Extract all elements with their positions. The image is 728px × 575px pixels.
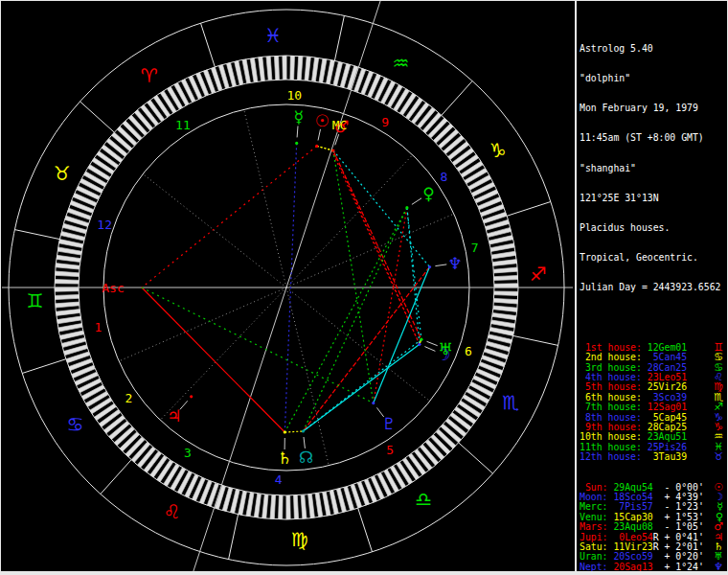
zodiac-sign-icon: ♉	[714, 452, 723, 462]
chart-wheel: ♈♉♊♋♌♍♎♏♐♑♒♓123456789101112☉☽☿♀♂♃♄♅♆♇☊As…	[0, 0, 575, 575]
zodiac-pisces-glyph: ♓	[264, 24, 282, 47]
house-cusp-line	[143, 173, 286, 288]
zodiac-scorpio-glyph: ♏	[502, 391, 519, 414]
zodiac-aries-glyph: ♈	[141, 64, 158, 87]
aspect-square-line	[142, 288, 284, 432]
mc-label: MC	[332, 118, 348, 132]
planet-position-value: 23Aqu08	[608, 522, 653, 532]
house-number-7: 7	[471, 241, 479, 255]
house-cusp-line	[286, 288, 329, 466]
houses-list: 1st house: 12Gem01♊ 2nd house: 5Can45♋ 3…	[580, 343, 723, 463]
house-number-3: 3	[184, 446, 192, 460]
degree-tick	[55, 291, 79, 292]
sign-boundary-line	[201, 23, 216, 67]
planet-venu-glyph: ♀	[422, 184, 434, 203]
aspect-trine-line	[303, 208, 407, 431]
degree-tick-cell	[312, 58, 319, 81]
planet-position-dot	[190, 395, 193, 398]
zodiac-sagittarius-glyph: ♐	[530, 263, 547, 286]
house-cusp-line	[119, 288, 286, 361]
zodiac-system: Tropical, Geocentric.	[580, 253, 723, 263]
house-number-1: 1	[94, 320, 102, 334]
degree-tick	[290, 495, 291, 519]
zodiac-gemini-glyph: ♊	[26, 289, 43, 312]
julian-day: Julian Day = 2443923.6562	[580, 283, 723, 292]
house-label: 12th house:	[580, 452, 642, 462]
planet-position-dot	[331, 150, 334, 152]
sign-boundary-line	[442, 81, 472, 116]
chart-name: "dolphin"	[580, 74, 723, 83]
house-number-6: 6	[465, 344, 472, 358]
planet-position-dot	[372, 402, 375, 404]
chart-time: 11:45am (ST +8:00 GMT)	[580, 133, 723, 143]
sign-boundary-line	[14, 230, 59, 240]
degree-tick-cell	[492, 313, 516, 320]
planet-position-dot	[418, 343, 421, 346]
aspect-square-line	[333, 150, 421, 339]
app-title: Astrolog 5.40	[580, 44, 723, 54]
house-cusp-line	[286, 155, 413, 288]
house-cusps	[2, 0, 573, 575]
sign-boundary-line	[80, 102, 115, 132]
sign-boundary-line	[334, 15, 344, 60]
panel-divider	[575, 0, 577, 575]
zodiac-leo-glyph: ♌	[164, 500, 181, 523]
planet-uran-glyph: ♅	[438, 339, 452, 358]
sign-boundary-line	[507, 202, 551, 217]
planet-pointer-line	[412, 198, 421, 205]
planet-row: Mars: 23Aqu08 - 1°05'♂	[580, 522, 723, 532]
house-number-2: 2	[125, 391, 133, 405]
house-cusp-line	[286, 288, 430, 402]
zodiac-capricorn-glyph: ♑	[489, 139, 507, 162]
sign-boundary-line	[229, 515, 239, 560]
planet-position-dot	[315, 145, 318, 148]
planet-position-dot	[302, 429, 305, 432]
planet-label: Mars:	[580, 522, 608, 532]
degree-tick-cell	[254, 494, 261, 518]
house-number-11: 11	[175, 118, 191, 132]
degree-tick-cell	[315, 493, 323, 517]
zodiac-taurus-glyph: ♉	[54, 162, 71, 185]
house-number-12: 12	[97, 218, 112, 232]
house-cusp-line	[160, 288, 286, 420]
house-number-8: 8	[441, 170, 448, 184]
house-cusp-value: 3Tau39	[642, 452, 687, 462]
aspect-sextile-line	[333, 150, 430, 266]
planet-position-dot	[284, 430, 286, 433]
degree-tick-cell	[57, 255, 80, 262]
sign-boundary-line	[358, 508, 373, 552]
planet-satu-glyph: ♄	[277, 448, 291, 468]
aspect-sextile-line	[407, 208, 420, 345]
aspect-square-line	[142, 146, 317, 288]
planet-merc-glyph: ☿	[293, 107, 303, 126]
aspect-sextile-line	[303, 344, 420, 431]
planet-pointer-line	[435, 264, 446, 266]
degree-tick-cell	[491, 251, 515, 259]
astrolog-window: ♈♉♊♋♌♍♎♏♐♑♒♓123456789101112☉☽☿♀♂♃♄♅♆♇☊As…	[0, 0, 728, 575]
sign-boundary-line	[101, 460, 131, 494]
planet-nept-glyph: ♆	[448, 254, 463, 273]
planet-plut-glyph: ♇	[381, 414, 396, 433]
house-system: Placidus houses.	[580, 223, 723, 233]
planet-position-dot	[295, 142, 298, 145]
planet-pointer-line	[424, 347, 435, 352]
zodiac-cancer-glyph: ♋	[66, 413, 83, 436]
planet-position-dot	[428, 265, 431, 268]
zodiac-libra-glyph: ♎	[415, 488, 432, 511]
aspect-sextile-line	[303, 339, 421, 431]
planets-list: Sun: 29Aqu54 - 0°00'☉Moon: 18Sco54 + 4°3…	[580, 483, 723, 575]
degree-tick	[283, 56, 284, 80]
planet-pointer-line	[297, 126, 298, 137]
zodiac-aquarius-glyph: ♒	[393, 52, 410, 75]
planet-jupi-glyph: ♃	[167, 406, 181, 426]
planet-position-dot	[420, 338, 422, 341]
aspect-square-line	[331, 150, 420, 345]
planet-node-glyph: ☊	[299, 448, 313, 467]
info-panel: Astrolog 5.40 "dolphin" Mon February 19,…	[580, 4, 723, 575]
chart-wheel-area: ♈♉♊♋♌♍♎♏♐♑♒♓123456789101112☉☽☿♀♂♃♄♅♆♇☊As…	[0, 0, 575, 575]
planet-position-dot	[405, 206, 408, 209]
planet-pointer-line	[427, 341, 438, 345]
degree-tick-cell	[250, 58, 258, 81]
planet-velocity: - 1°05'	[659, 522, 704, 532]
aspect-square-line	[333, 150, 420, 344]
